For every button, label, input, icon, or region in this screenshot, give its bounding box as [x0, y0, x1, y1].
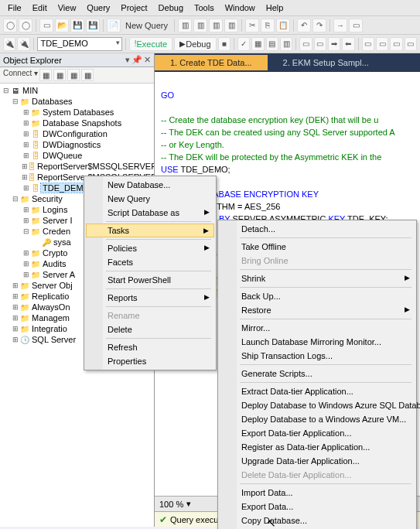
ctx-export-dtier[interactable]: Export Data-tier Application... — [220, 426, 415, 440]
object-explorer-toolbar: Connect ▾ ▦ ▦ ▦ ▦ — [0, 67, 154, 84]
ctx-import-data[interactable]: Import Data... — [220, 486, 415, 500]
redo-icon[interactable]: ↷ — [312, 19, 326, 32]
tree-dwqueue[interactable]: ⊞🗄DWQueue — [0, 150, 154, 161]
ctx-back-up[interactable]: Back Up... — [220, 289, 415, 303]
ctx-new-database[interactable]: New Database... — [86, 178, 214, 192]
ctx-properties[interactable]: Properties — [86, 354, 214, 368]
outdent-icon[interactable]: ⬅ — [342, 37, 354, 51]
ctx-shrink[interactable]: Shrink▶ — [220, 271, 415, 285]
menu-file[interactable]: File — [3, 2, 26, 14]
tab-create-tde[interactable]: 1. Create TDE Data... — [155, 55, 268, 70]
tb-icon-3[interactable]: ▥ — [209, 19, 223, 32]
tree-system-databases[interactable]: ⊞📁System Databases — [0, 107, 154, 118]
panel-dropdown-icon[interactable]: ▾ — [125, 55, 130, 65]
tree-dwconfiguration[interactable]: ⊞🗄DWConfiguration — [0, 128, 154, 139]
paste-icon[interactable]: 📋 — [276, 19, 290, 32]
new-project-icon[interactable]: ▭ — [39, 19, 53, 32]
tb-icon-5[interactable]: → — [333, 19, 347, 32]
results-file-icon[interactable]: ▥ — [280, 37, 292, 51]
context-menu-tasks: Detach... Take Offline Bring Online Shri… — [217, 220, 417, 529]
nav-fwd-icon[interactable]: ◯ — [19, 19, 32, 32]
tb2-icon-b[interactable]: ▭ — [390, 37, 402, 51]
oe-tb-icon-3[interactable]: ▦ — [67, 69, 80, 81]
ctx-deploy-azure-db[interactable]: Deploy Database to Windows Azure SQL Dat… — [220, 398, 415, 412]
ctx-new-query[interactable]: New Query — [86, 192, 214, 206]
oe-tb-icon-4[interactable]: ▦ — [81, 69, 94, 81]
connect-button[interactable]: Connect ▾ — [3, 69, 38, 81]
results-text-icon[interactable]: ▤ — [266, 37, 278, 51]
menu-debug[interactable]: Debug — [154, 2, 188, 14]
ctx-export-data[interactable]: Export Data... — [220, 500, 415, 514]
ctx-rename: Rename — [86, 309, 214, 323]
menu-project[interactable]: Project — [116, 2, 152, 14]
ctx-ship-tx-logs[interactable]: Ship Transaction Logs... — [220, 349, 415, 363]
save-icon[interactable]: 💾 — [70, 19, 84, 32]
copy-icon[interactable]: ⎘ — [261, 19, 275, 32]
menu-window[interactable]: Window — [220, 2, 260, 14]
ctx-reports[interactable]: Reports▶ — [86, 291, 214, 305]
new-query-icon[interactable]: 📄 — [107, 19, 121, 32]
tb2-icon-a[interactable]: ▭ — [376, 37, 388, 51]
tb2-icon-c[interactable]: ▭ — [405, 37, 417, 51]
oe-tb-icon-2[interactable]: ▦ — [53, 69, 66, 81]
results-grid-icon[interactable]: ▦ — [251, 37, 264, 51]
debug-button[interactable]: ▶ Debug — [174, 37, 216, 51]
tree-server[interactable]: ⊟🖥MIN — [0, 85, 154, 96]
change-connection-icon[interactable]: 🔌 — [3, 37, 15, 51]
object-explorer-title-bar: Object Explorer ▾ 📌 ✕ — [0, 53, 154, 67]
tab-ekm-setup[interactable]: 2. EKM Setup Sampl... — [268, 55, 384, 70]
ctx-refresh[interactable]: Refresh — [86, 340, 214, 354]
ctx-facets[interactable]: Facets — [86, 255, 214, 269]
ctx-deploy-azure-vm[interactable]: Deploy Database to a Windows Azure VM... — [220, 412, 415, 426]
status-text: Query execut — [170, 515, 220, 524]
ctx-generate-scripts[interactable]: Generate Scripts... — [220, 367, 415, 381]
tb-icon-1[interactable]: ▥ — [178, 19, 192, 32]
comment-icon[interactable]: ▭ — [299, 37, 312, 51]
tb-icon-2[interactable]: ▥ — [193, 19, 207, 32]
uncomment-icon[interactable]: ▭ — [314, 37, 326, 51]
ctx-extract-dtier[interactable]: Extract Data-tier Application... — [220, 384, 415, 398]
tree-reportserver-1[interactable]: ⊞🗄ReportServer$MSSQLSERVER — [0, 161, 154, 172]
ctx-register-dtier[interactable]: Register as Data-tier Application... — [220, 440, 415, 454]
tb-icon-4[interactable]: ▥ — [224, 19, 238, 32]
save-all-icon[interactable]: 💾 — [86, 19, 100, 32]
panel-close-icon[interactable]: ✕ — [144, 55, 151, 65]
ctx-script-database-as[interactable]: Script Database as▶ — [86, 206, 214, 220]
panel-pin-icon[interactable]: 📌 — [131, 55, 142, 65]
menu-edit[interactable]: Edit — [28, 2, 52, 14]
tree-databases[interactable]: ⊟📁Databases — [0, 96, 154, 107]
stop-icon[interactable]: ■ — [218, 37, 230, 51]
ctx-upgrade-dtier[interactable]: Upgrade Data-tier Application... — [220, 454, 415, 468]
menu-view[interactable]: View — [53, 2, 81, 14]
ctx-take-offline[interactable]: Take Offline — [220, 240, 415, 254]
tree-database-snapshots[interactable]: ⊞📁Database Snapshots — [0, 118, 154, 128]
ctx-copy-database[interactable]: Copy Database... — [220, 514, 415, 527]
zoom-level[interactable]: 100 % — [159, 500, 183, 509]
database-combo[interactable]: TDE_DEMO — [37, 37, 122, 51]
ctx-detach[interactable]: Detach... — [220, 222, 415, 236]
menu-help[interactable]: Help — [261, 2, 289, 14]
menu-tools[interactable]: Tools — [190, 2, 219, 14]
menu-query[interactable]: Query — [82, 2, 114, 14]
execute-button[interactable]: ! Execute — [129, 37, 173, 51]
tree-dwdiagnostics[interactable]: ⊞🗄DWDiagnostics — [0, 139, 154, 150]
ctx-mirror[interactable]: Mirror... — [220, 321, 415, 335]
indent-icon[interactable]: ➡ — [328, 37, 340, 51]
parse-icon[interactable]: ✓ — [237, 37, 250, 51]
specify-values-icon[interactable]: ▭ — [362, 37, 374, 51]
ctx-restore[interactable]: Restore▶ — [220, 303, 415, 317]
ctx-policies[interactable]: Policies▶ — [86, 241, 214, 255]
nav-back-icon[interactable]: ◯ — [3, 19, 17, 32]
ctx-launch-mirror-monitor[interactable]: Launch Database Mirroring Monitor... — [220, 335, 415, 349]
open-icon[interactable]: 📂 — [55, 19, 69, 32]
oe-tb-icon-1[interactable]: ▦ — [39, 69, 52, 81]
new-query-label[interactable]: New Query — [122, 21, 171, 30]
cut-icon[interactable]: ✂ — [245, 19, 259, 32]
tb-icon-6[interactable]: ▭ — [349, 19, 363, 32]
undo-icon[interactable]: ↶ — [297, 19, 311, 32]
disconnect-icon[interactable]: 🔌 — [17, 37, 29, 51]
ctx-start-powershell[interactable]: Start PowerShell — [86, 273, 214, 287]
context-menu-database: New Database... New Query Script Databas… — [84, 176, 217, 370]
ctx-tasks[interactable]: Tasks▶ — [86, 224, 214, 237]
ctx-delete[interactable]: Delete — [86, 323, 214, 336]
